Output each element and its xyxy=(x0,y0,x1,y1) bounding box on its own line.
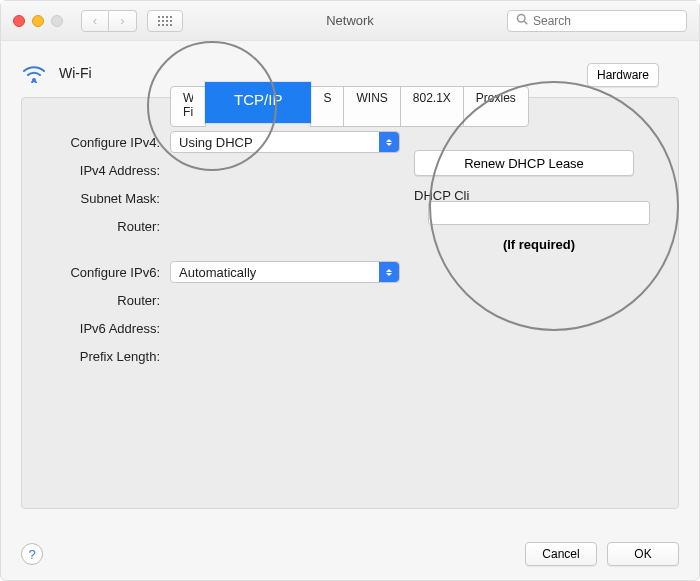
search-field[interactable] xyxy=(507,10,687,32)
svg-point-0 xyxy=(518,15,526,23)
tab-dns[interactable]: S xyxy=(310,86,344,127)
search-input[interactable] xyxy=(533,14,678,28)
subnet-mask-label: Subnet Mask: xyxy=(40,191,170,206)
ipv4-address-label: IPv4 Address: xyxy=(40,163,170,178)
tab-tcpip[interactable]: TCP/IP xyxy=(205,82,311,123)
chevron-updown-icon xyxy=(379,132,399,152)
minimize-window[interactable] xyxy=(32,15,44,27)
back-button[interactable]: ‹ xyxy=(81,10,109,32)
ok-button[interactable]: OK xyxy=(607,542,679,566)
renew-dhcp-lease-button[interactable]: Renew DHCP Lease xyxy=(414,150,634,176)
dhcp-client-id-input[interactable] xyxy=(428,201,650,225)
tab-proxies[interactable]: Proxies xyxy=(463,86,529,127)
close-window[interactable] xyxy=(13,15,25,27)
tab-wins[interactable]: WINS xyxy=(343,86,400,127)
chevron-updown-icon xyxy=(379,262,399,282)
configure-ipv4-label: Configure IPv4: xyxy=(40,135,170,150)
help-button[interactable]: ? xyxy=(21,543,43,565)
zoom-window[interactable] xyxy=(51,15,63,27)
if-required-note: (If required) xyxy=(428,237,650,252)
configure-ipv6-select[interactable]: Automatically xyxy=(170,261,400,283)
grid-icon xyxy=(158,16,172,26)
forward-button[interactable]: › xyxy=(109,10,137,32)
router-label: Router: xyxy=(40,219,170,234)
ipv6-address-label: IPv6 Address: xyxy=(40,321,170,336)
wifi-icon xyxy=(21,63,47,83)
show-all-button[interactable] xyxy=(147,10,183,32)
tab-8021x[interactable]: 802.1X xyxy=(400,86,464,127)
ipv6-router-label: Router: xyxy=(40,293,170,308)
configure-ipv6-label: Configure IPv6: xyxy=(40,265,170,280)
hardware-button[interactable]: Hardware xyxy=(587,63,659,87)
svg-line-1 xyxy=(524,21,527,24)
prefix-length-label: Prefix Length: xyxy=(40,349,170,364)
cancel-button[interactable]: Cancel xyxy=(525,542,597,566)
configure-ipv4-select[interactable]: Using DHCP xyxy=(170,131,400,153)
tab-wifi[interactable]: Wi-Fi xyxy=(170,86,206,127)
interface-name: Wi-Fi xyxy=(59,65,92,81)
svg-point-2 xyxy=(32,78,36,82)
search-icon xyxy=(516,13,528,28)
